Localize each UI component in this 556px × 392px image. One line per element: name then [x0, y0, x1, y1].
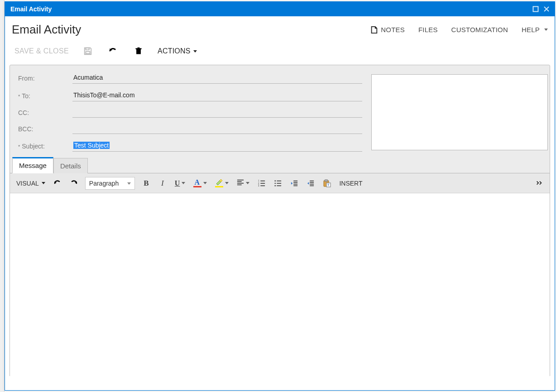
notes-link[interactable]: NOTES [370, 26, 405, 34]
paragraph-label: Paragraph [89, 180, 119, 187]
chevron-down-icon [246, 182, 249, 184]
undo-button[interactable] [107, 45, 120, 57]
files-link[interactable]: FILES [418, 26, 438, 33]
subject-label: Subject: [18, 143, 68, 150]
tabs-row: Message Details [10, 158, 550, 173]
svg-text:1: 1 [258, 180, 259, 182]
page-title: Email Activity [12, 23, 81, 37]
customization-link[interactable]: CUSTOMIZATION [451, 26, 508, 33]
form-panel: From: Acumatica To: ThisisTo@E-mail.com … [10, 65, 550, 376]
editor-redo-button[interactable] [69, 178, 79, 188]
delete-button[interactable] [132, 45, 145, 57]
chevron-down-icon [193, 50, 197, 53]
svg-rect-5 [138, 48, 140, 48]
from-label: From: [18, 75, 68, 82]
actions-menu[interactable]: ACTIONS [158, 47, 197, 55]
subject-field[interactable]: Test Subject [72, 140, 362, 152]
chevron-down-icon [42, 182, 45, 184]
window-controls [532, 5, 550, 13]
bcc-field[interactable] [72, 124, 362, 134]
window-titlebar: Email Activity [5, 2, 555, 16]
editor-toolbar: VISUAL Paragraph [10, 173, 550, 193]
svg-rect-1 [86, 48, 89, 50]
highlight-icon [215, 179, 223, 187]
cc-label: CC: [18, 109, 68, 116]
svg-rect-3 [136, 49, 141, 54]
highlight-button[interactable] [214, 177, 230, 189]
italic-button[interactable]: I [158, 178, 168, 188]
help-label: HELP [522, 26, 540, 33]
underline-icon: U [175, 179, 180, 187]
align-button[interactable] [236, 177, 250, 189]
svg-text:3: 3 [258, 185, 259, 187]
right-links: NOTES FILES CUSTOMIZATION HELP [370, 26, 548, 34]
editor-undo-button[interactable] [53, 178, 62, 188]
paragraph-select[interactable]: Paragraph [85, 177, 135, 190]
save-close-button[interactable]: SAVE & CLOSE [14, 47, 69, 55]
svg-rect-2 [86, 52, 90, 54]
visual-label: VISUAL [16, 180, 39, 187]
window-maximize-button[interactable] [532, 5, 539, 13]
toolbar-overflow-button[interactable] [534, 178, 544, 188]
chevron-down-icon [225, 182, 229, 184]
bcc-label: BCC: [18, 125, 68, 133]
page-top: Email Activity NOTES FILES CUSTOMIZATION [5, 16, 555, 65]
email-activity-window: Email Activity Email Activity NOTES [5, 1, 555, 391]
tab-message[interactable]: Message [12, 157, 53, 173]
visual-mode-button[interactable]: VISUAL [15, 178, 46, 189]
svg-text:2: 2 [258, 182, 259, 184]
paste-button[interactable]: T [322, 178, 332, 188]
svg-text:T: T [327, 183, 330, 186]
to-label: To: [18, 92, 68, 100]
notes-label: NOTES [381, 26, 405, 33]
help-link[interactable]: HELP [522, 26, 548, 33]
customization-label: CUSTOMIZATION [451, 26, 508, 33]
ordered-list-button[interactable]: 1 2 3 [257, 178, 267, 188]
font-color-icon: A [193, 179, 201, 187]
page-header-row: Email Activity NOTES FILES CUSTOMIZATION [12, 16, 548, 41]
files-label: FILES [418, 26, 438, 33]
chevron-down-icon [544, 29, 548, 31]
bold-button[interactable]: B [141, 178, 151, 188]
chevron-down-icon [182, 182, 185, 184]
outdent-button[interactable] [289, 178, 299, 188]
note-icon [370, 26, 378, 34]
align-icon [237, 179, 244, 187]
from-field[interactable]: Acumatica [72, 72, 362, 84]
svg-point-16 [275, 180, 276, 182]
window-title: Email Activity [10, 5, 52, 13]
save-button[interactable] [81, 45, 94, 57]
svg-rect-31 [325, 180, 328, 182]
preview-box [371, 74, 548, 150]
insert-label: INSERT [339, 180, 362, 187]
to-field[interactable]: ThisisTo@E-mail.com [72, 90, 362, 101]
main-toolbar: SAVE & CLOSE [12, 41, 548, 65]
indent-button[interactable] [306, 178, 316, 188]
chevron-down-icon [203, 182, 207, 184]
window-close-button[interactable] [543, 5, 550, 13]
actions-label: ACTIONS [158, 47, 191, 55]
cc-field[interactable] [72, 108, 362, 118]
background-panel [0, 0, 5, 392]
bullet-list-button[interactable] [273, 178, 283, 188]
insert-menu[interactable]: INSERT [338, 178, 363, 189]
svg-rect-0 [533, 7, 538, 12]
form-grid: From: Acumatica To: ThisisTo@E-mail.com … [18, 72, 542, 152]
editor-body[interactable] [10, 193, 550, 387]
font-color-button[interactable]: A [192, 177, 208, 189]
tab-details[interactable]: Details [53, 158, 88, 173]
svg-point-18 [275, 185, 276, 186]
window-content: Email Activity NOTES FILES CUSTOMIZATION [5, 16, 555, 390]
chevron-down-icon [127, 182, 131, 185]
underline-button[interactable]: U [174, 177, 187, 189]
svg-point-17 [275, 182, 276, 184]
